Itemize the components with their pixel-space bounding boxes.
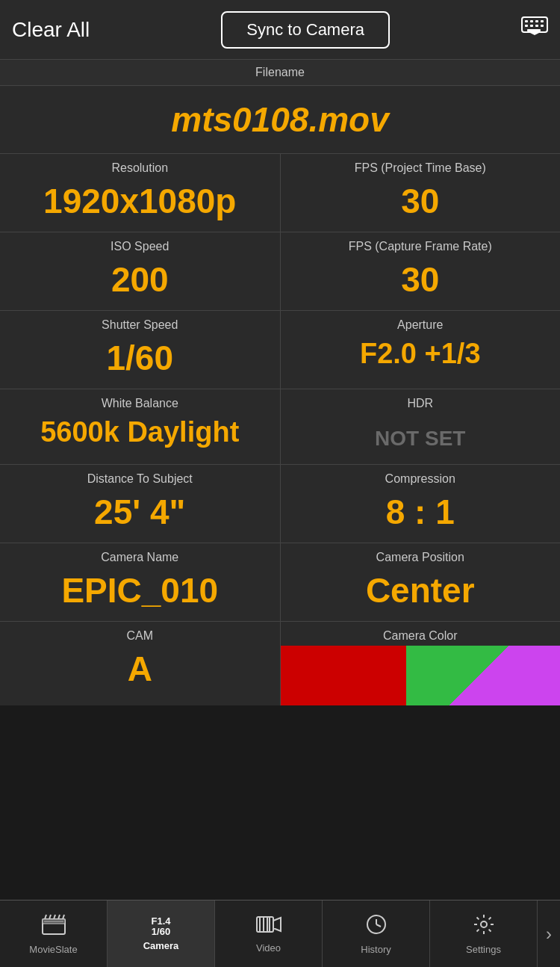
fps-capture-label: FPS (Capture Frame Rate) [281, 232, 561, 256]
app-header: Clear All Sync to Camera [0, 0, 560, 60]
filename-value-row[interactable]: mts0108.mov [0, 86, 560, 154]
shutter-aperture-row: Shutter Speed 1/60 Aperture F2.0 +1/3 [0, 311, 560, 389]
nav-settings-label: Settings [466, 944, 501, 955]
keyboard-icon[interactable] [521, 16, 548, 43]
camera-exposure-icon: F1.41/60 [151, 916, 170, 938]
camera-color-swatch [281, 646, 561, 705]
cam-value: A [0, 646, 280, 699]
shutter-value: 1/60 [0, 335, 280, 389]
resolution-cell[interactable]: Resolution 1920x1080p [0, 154, 281, 232]
nav-video[interactable]: Video [215, 900, 323, 967]
white-balance-label: White Balance [0, 389, 280, 413]
svg-marker-10 [530, 33, 539, 35]
fps-capture-cell[interactable]: FPS (Capture Frame Rate) 30 [281, 232, 561, 310]
shutter-label: Shutter Speed [0, 311, 280, 335]
nav-video-label: Video [256, 942, 281, 954]
filename-label: Filename [0, 60, 560, 86]
wb-hdr-row: White Balance 5600k Daylight HDR NOT SET [0, 389, 560, 465]
iso-label: ISO Speed [0, 232, 280, 256]
resolution-value: 1920x1080p [0, 178, 280, 232]
aperture-cell[interactable]: Aperture F2.0 +1/3 [281, 311, 561, 389]
movieslate-icon [41, 913, 66, 941]
shutter-cell[interactable]: Shutter Speed 1/60 [0, 311, 281, 389]
clear-all-button[interactable]: Clear All [12, 18, 90, 42]
distance-compression-row: Distance To Subject 25' 4" Compression 8… [0, 465, 560, 543]
white-balance-cell[interactable]: White Balance 5600k Daylight [0, 389, 281, 464]
camera-name-value: EPIC_010 [0, 567, 280, 621]
history-icon [365, 913, 388, 941]
white-balance-value: 5600k Daylight [0, 413, 280, 459]
fps-project-value: 30 [281, 178, 561, 232]
svg-rect-6 [530, 25, 533, 27]
cam-label-cell[interactable]: CAM A [0, 622, 281, 705]
aperture-label: Aperture [281, 311, 561, 335]
nav-camera-label: Camera [143, 940, 179, 951]
fps-project-cell[interactable]: FPS (Project Time Base) 30 [281, 154, 561, 232]
bottom-navigation: MovieSlate F1.41/60 Camera Video H [0, 900, 560, 967]
camera-position-cell[interactable]: Camera Position Center [281, 543, 561, 621]
sync-to-camera-button[interactable]: Sync to Camera [221, 11, 390, 49]
filename-value: mts0108.mov [171, 100, 389, 139]
compression-label: Compression [281, 465, 561, 489]
fps-capture-value: 30 [281, 256, 561, 310]
nav-next-arrow[interactable]: › [538, 900, 560, 967]
svg-rect-3 [535, 20, 538, 22]
camera-position-label: Camera Position [281, 543, 561, 567]
settings-icon [473, 913, 495, 941]
camera-name-position-row: Camera Name EPIC_010 Camera Position Cen… [0, 543, 560, 622]
iso-cell[interactable]: ISO Speed 200 [0, 232, 281, 310]
cam-label: CAM [0, 622, 280, 646]
video-icon [256, 915, 281, 939]
camera-name-label: Camera Name [0, 543, 280, 567]
nav-movieslate-label: MovieSlate [29, 944, 77, 955]
compression-cell[interactable]: Compression 8 : 1 [281, 465, 561, 543]
svg-marker-24 [273, 918, 281, 931]
svg-line-27 [376, 924, 381, 927]
svg-rect-9 [527, 29, 541, 31]
resolution-fps-row: Resolution 1920x1080p FPS (Project Time … [0, 154, 560, 232]
cam-color-label-row: CAM A Camera Color [0, 622, 560, 705]
svg-point-28 [481, 921, 487, 927]
svg-rect-5 [525, 25, 528, 27]
resolution-label: Resolution [0, 154, 280, 178]
compression-value: 8 : 1 [281, 489, 561, 543]
fps-project-label: FPS (Project Time Base) [281, 154, 561, 178]
nav-movieslate[interactable]: MovieSlate [0, 900, 108, 967]
svg-rect-2 [530, 20, 533, 22]
camera-color-label: Camera Color [281, 622, 561, 646]
nav-history-label: History [361, 944, 391, 955]
svg-rect-8 [541, 25, 544, 27]
nav-history[interactable]: History [323, 900, 430, 967]
hdr-label: HDR [281, 389, 561, 413]
svg-rect-1 [525, 20, 528, 22]
camera-position-value: Center [281, 567, 561, 621]
svg-rect-18 [44, 921, 63, 922]
camera-name-cell[interactable]: Camera Name EPIC_010 [0, 543, 281, 621]
svg-rect-7 [535, 25, 538, 27]
hdr-value: NOT SET [281, 413, 561, 464]
iso-fps-capture-row: ISO Speed 200 FPS (Capture Frame Rate) 3… [0, 232, 560, 311]
iso-value: 200 [0, 256, 280, 310]
nav-settings[interactable]: Settings [430, 900, 538, 967]
svg-rect-4 [541, 20, 544, 22]
hdr-cell[interactable]: HDR NOT SET [281, 389, 561, 464]
distance-cell[interactable]: Distance To Subject 25' 4" [0, 465, 281, 543]
distance-label: Distance To Subject [0, 465, 280, 489]
camera-color-cell[interactable]: Camera Color [281, 622, 561, 705]
nav-camera[interactable]: F1.41/60 Camera [108, 900, 215, 967]
aperture-value: F2.0 +1/3 [281, 335, 561, 380]
distance-value: 25' 4" [0, 489, 280, 543]
